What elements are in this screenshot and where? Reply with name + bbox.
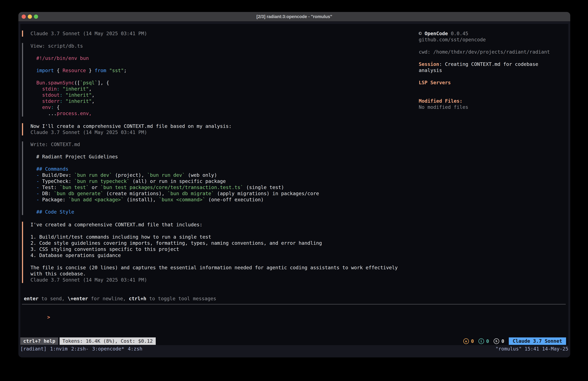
status-bar: ctrl+? help Tokens: 16.4K (8%), Cost: $0…	[20, 337, 566, 345]
terminal-line: No modified files	[419, 104, 550, 110]
text-segment: ], {	[97, 80, 109, 86]
text-segment: stdout	[42, 92, 60, 98]
text-segment: (apply migrations) in packages/core	[214, 191, 319, 196]
text-segment: ## Code Style	[36, 209, 74, 215]
terminal-line	[30, 49, 127, 55]
text-segment: from	[95, 68, 106, 73]
tmux-spacer	[146, 346, 495, 352]
terminal-line: analysis	[419, 67, 550, 73]
text-segment: : Creating CONTEXT.md for codebase	[439, 61, 538, 67]
text-segment	[30, 172, 36, 178]
assistant-message-block-2: I've created a comprehensive CONTEXT.md …	[22, 222, 398, 283]
text-segment: View: script/db.ts	[30, 43, 83, 49]
terminal-line: I've created a comprehensive CONTEXT.md …	[30, 222, 398, 228]
help-shortcut-badge: ctrl+? help	[20, 337, 58, 345]
text-segment: (one-off execution)	[205, 197, 264, 202]
tmux-window-2[interactable]: 2:zsh-	[71, 346, 89, 352]
text-segment: "sst"	[109, 68, 124, 73]
assistant-header-block: Claude 3.7 Sonnet (14 May 2025 03:41 PM)	[22, 30, 147, 37]
terminal-line: cwd: /home/thdxr/dev/projects/radiant/ra…	[419, 49, 550, 55]
terminal-line: Write: CONTEXT.md	[30, 141, 319, 148]
text-segment: `bun run dev`	[147, 172, 185, 178]
text-segment: to toggle tool messages	[146, 296, 216, 301]
tmux-window-1[interactable]: 1:nvim	[50, 346, 68, 352]
text-segment: ,	[89, 86, 92, 92]
text-segment: `bun add <package>`	[68, 197, 124, 202]
tmux-right-status: "romulus" 15:41 14-May-25	[495, 346, 568, 352]
text-segment: github.com/sst/opencode	[419, 37, 486, 43]
text-segment: Test:	[42, 184, 60, 190]
desktop: [2/3] radiant:3:opencode - "romulus" Cla…	[0, 0, 588, 381]
text-segment: -	[36, 184, 42, 190]
terminal-line: © OpenCode 0.0.45	[419, 30, 550, 37]
text-segment: :	[51, 104, 54, 110]
text-segment: }	[86, 68, 95, 73]
warning-icon: w	[463, 338, 469, 344]
prompt-input[interactable]: >	[24, 308, 50, 314]
terminal-line: - DB: `bun db generate` (create migratio…	[30, 190, 319, 197]
terminal-line: Now I'll create a comprehensive CONTEXT.…	[30, 123, 231, 129]
text-segment: "inherit"	[63, 86, 89, 92]
text-segment: 1. Build/lint/test commands including ho…	[30, 234, 211, 240]
window-title: [2/3] radiant:3:opencode - "romulus"	[256, 14, 332, 19]
text-segment: or	[89, 184, 100, 190]
terminal-line: stdin: "inherit",	[30, 86, 127, 92]
terminal-line: - Build/Dev: `bun run dev` (project), `b…	[30, 172, 319, 178]
text-segment: ctrl+h	[129, 296, 146, 301]
text-segment: Claude 3.7 Sonnet (14 May 2025 03:41 PM)	[30, 31, 147, 36]
model-badge[interactable]: Claude 3.7 Sonnet	[509, 337, 566, 345]
text-segment: `bun db generate`	[54, 191, 104, 196]
input-divider	[22, 304, 566, 304]
terminal-line	[30, 258, 398, 265]
text-segment: (all) or run in specific package	[129, 179, 226, 184]
text-segment	[30, 197, 36, 202]
text-segment: ([	[74, 80, 80, 86]
tmux-window-4[interactable]: 4:zsh	[128, 346, 142, 352]
window-titlebar[interactable]: [2/3] radiant:3:opencode - "romulus"	[18, 12, 570, 22]
text-segment: ,	[92, 98, 95, 104]
terminal-line: import { Resource } from "sst";	[30, 67, 127, 74]
diagnostics-warning: w 0	[463, 338, 474, 344]
text-segment: \+enter	[68, 296, 88, 301]
tmux-status-bar: [radiant] 1:nvim 2:zsh- 3:opencode* 4:zs…	[20, 346, 568, 352]
text-segment: enter	[24, 296, 38, 301]
text-segment: #!/usr/bin/env bun	[30, 55, 89, 61]
zoom-button[interactable]	[34, 15, 38, 19]
terminal-line: Claude 3.7 Sonnet (14 May 2025 03:41 PM)	[30, 129, 231, 135]
tmux-window-3[interactable]: 3:opencode*	[92, 346, 124, 352]
text-segment: Now I'll create a comprehensive CONTEXT.…	[30, 123, 231, 129]
terminal-line: View: script/db.ts	[30, 43, 127, 49]
text-segment: 2. Code style guidelines covering import…	[30, 240, 322, 246]
text-segment	[30, 179, 36, 184]
close-button[interactable]	[22, 15, 26, 19]
text-segment: DB:	[42, 191, 54, 196]
prompt-symbol: >	[47, 314, 50, 320]
terminal-line: github.com/sst/opencode	[419, 37, 550, 43]
terminal-line	[30, 228, 398, 234]
text-segment: ...	[30, 111, 57, 116]
info-icon: i	[479, 338, 484, 344]
text-segment: stdin	[42, 86, 57, 92]
text-segment: `psql`	[80, 80, 97, 86]
text-segment	[30, 68, 36, 73]
terminal-line: ...process.env,	[30, 111, 127, 116]
session-sidebar: © OpenCode 0.0.45github.com/sst/opencode…	[419, 30, 550, 110]
terminal-line: 1. Build/lint/test commands including ho…	[30, 234, 398, 240]
text-segment: I've created a comprehensive CONTEXT.md …	[30, 222, 203, 227]
text-segment: TypeCheck:	[42, 179, 74, 184]
hint-icon: h	[494, 338, 499, 344]
terminal-line: #!/usr/bin/env bun	[30, 55, 127, 61]
terminal-line	[419, 55, 550, 61]
terminal-line: env: {	[30, 104, 127, 111]
text-segment: `bun db migrate`	[168, 191, 214, 196]
text-segment	[30, 92, 42, 98]
text-segment: 4. Database operations guidance	[30, 252, 121, 258]
warning-count: 0	[471, 338, 474, 344]
diagnostics-hint: h 0	[494, 338, 504, 344]
text-segment: `bunx <command>`	[159, 197, 205, 202]
text-segment: import	[36, 68, 54, 73]
minimize-button[interactable]	[28, 15, 32, 19]
terminal-line	[30, 203, 319, 209]
terminal-line: Bun.spawnSync([`psql`], {	[30, 80, 127, 86]
text-segment: -	[36, 197, 42, 202]
